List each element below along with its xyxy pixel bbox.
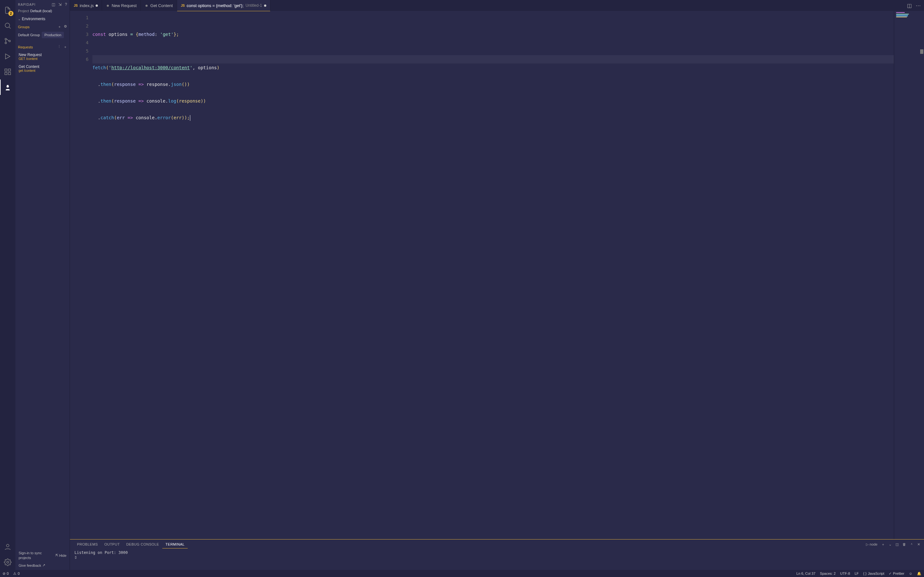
panel-tab-debug-console[interactable]: DEBUG CONSOLE: [123, 540, 162, 548]
svg-rect-7: [8, 69, 11, 71]
tab-bar: JS index.js ☻ New Request ☻ Get Content …: [70, 0, 924, 11]
terminal-dropdown-icon[interactable]: ⌄: [889, 542, 892, 546]
groups-label: Groups: [18, 25, 29, 29]
panel-tab-terminal[interactable]: TERMINAL: [162, 540, 188, 548]
settings-gear-icon[interactable]: [0, 554, 15, 570]
svg-rect-6: [8, 73, 11, 75]
status-eol[interactable]: LF: [855, 572, 859, 575]
maximize-panel-icon[interactable]: ＾: [910, 542, 913, 547]
import-icon[interactable]: ⇲: [58, 2, 61, 7]
activity-bar: 2: [0, 0, 15, 570]
text-cursor: [190, 115, 190, 121]
status-warnings[interactable]: ⚠ 0: [13, 572, 19, 576]
request-item-get-content[interactable]: Get Content get /content: [15, 63, 69, 74]
add-group-icon[interactable]: ＋: [58, 24, 61, 29]
status-bar: ⊘ 0 ⚠ 0 Ln 6, Col 37 Spaces: 2 UTF-8 LF …: [0, 570, 924, 577]
external-link-icon: ↗: [42, 563, 45, 567]
terminal-caret-icon: ▷: [866, 542, 869, 546]
svg-point-2: [5, 42, 7, 44]
status-bell-icon[interactable]: 🔔: [917, 572, 921, 576]
panel-tab-output[interactable]: OUTPUT: [101, 540, 123, 548]
source-control-icon[interactable]: [0, 33, 15, 49]
overview-ruler[interactable]: [919, 11, 924, 539]
run-debug-icon[interactable]: [0, 49, 15, 64]
status-language[interactable]: { } JavaScript: [863, 572, 885, 575]
group-production[interactable]: Production: [42, 32, 64, 38]
svg-point-9: [6, 85, 7, 86]
status-cursor-position[interactable]: Ln 6, Col 37: [796, 572, 815, 575]
terminal-output[interactable]: Listening on Port: 3000 ▯: [70, 549, 924, 570]
rapidapi-icon[interactable]: [0, 79, 15, 95]
hide-icon: ⇱: [55, 553, 58, 558]
panel-layout-icon[interactable]: ◫: [52, 2, 55, 7]
explorer-badge: 2: [8, 11, 13, 16]
terminal-split-icon[interactable]: ◫: [895, 542, 899, 546]
terminal-add-icon[interactable]: ＋: [881, 542, 885, 547]
warning-icon: ⚠: [13, 572, 16, 576]
js-file-icon: JS: [181, 4, 185, 7]
explorer-icon[interactable]: 2: [0, 3, 15, 18]
tab-index-js[interactable]: JS index.js: [70, 0, 102, 11]
status-prettier[interactable]: ✓ Prettier: [889, 572, 904, 576]
svg-point-0: [5, 23, 10, 27]
tab-get-content[interactable]: ☻ Get Content: [141, 0, 177, 11]
environments-section[interactable]: ⌄ Environments: [15, 15, 69, 23]
request-icon: ☻: [145, 3, 149, 7]
svg-rect-4: [5, 69, 7, 71]
js-file-icon: JS: [74, 4, 78, 7]
group-default[interactable]: Default Group: [18, 33, 40, 37]
error-icon: ⊘: [3, 572, 5, 576]
svg-rect-5: [5, 73, 7, 75]
request-item-new[interactable]: New Request GET /content: [15, 51, 69, 63]
status-indentation[interactable]: Spaces: 2: [820, 572, 836, 575]
minimap[interactable]: [894, 11, 919, 539]
check-icon: ✓: [889, 572, 892, 576]
tab-untitled[interactable]: JS const options = {method: 'get'}; Unti…: [177, 0, 270, 11]
svg-point-12: [7, 561, 9, 563]
code-editor[interactable]: 1 2 3 4 5 6 const options = {method: 'ge…: [70, 11, 894, 539]
close-panel-icon[interactable]: ✕: [917, 542, 920, 546]
settings-icon[interactable]: ⚙: [64, 24, 67, 29]
sidebar-title: RAPIDAPI: [18, 3, 52, 6]
status-feedback-icon[interactable]: ☺: [909, 572, 913, 575]
status-encoding[interactable]: UTF-8: [840, 572, 850, 575]
split-editor-icon[interactable]: ◫: [907, 3, 912, 9]
more-actions-icon[interactable]: ⋯: [916, 3, 921, 9]
svg-point-8: [6, 85, 9, 87]
requests-label: Requests: [18, 45, 33, 49]
project-label: Project: [18, 9, 29, 13]
sync-text: Sign-in to sync projects: [19, 551, 49, 560]
chevron-down-icon: ⌄: [18, 17, 21, 21]
terminal-shell-selector[interactable]: ▷ node: [866, 542, 877, 546]
panel-tab-problems[interactable]: PROBLEMS: [74, 540, 101, 548]
help-icon[interactable]: ?: [65, 2, 67, 7]
status-errors[interactable]: ⊘ 0: [3, 572, 9, 576]
hide-button[interactable]: ⇱ Hide: [55, 553, 66, 558]
dirty-indicator-icon: [95, 5, 98, 7]
sidebar: RAPIDAPI ◫ ⇲ ? Project Default (local) ⌄…: [15, 0, 70, 570]
request-icon: ☻: [106, 3, 110, 7]
terminal-trash-icon[interactable]: 🗑: [903, 542, 906, 546]
bottom-panel: PROBLEMS OUTPUT DEBUG CONSOLE TERMINAL ▷…: [70, 539, 924, 570]
accounts-icon[interactable]: [0, 539, 15, 554]
code-content[interactable]: const options = {method: 'get'}; fetch('…: [92, 11, 894, 539]
svg-point-3: [9, 40, 11, 42]
add-request-icon[interactable]: ＋: [63, 45, 67, 49]
braces-icon: { }: [863, 572, 867, 575]
search-icon[interactable]: [0, 18, 15, 33]
extensions-icon[interactable]: [0, 64, 15, 79]
svg-point-11: [6, 544, 9, 547]
svg-point-10: [8, 85, 9, 86]
dirty-indicator-icon: [264, 5, 266, 7]
editor-area: JS index.js ☻ New Request ☻ Get Content …: [70, 0, 924, 570]
requests-more-icon[interactable]: ⋮: [57, 45, 61, 49]
tab-new-request[interactable]: ☻ New Request: [102, 0, 141, 11]
svg-point-1: [5, 39, 7, 40]
feedback-link[interactable]: Give feedback ↗: [19, 563, 66, 567]
line-gutter: 1 2 3 4 5 6: [70, 11, 92, 539]
project-value[interactable]: Default (local): [30, 9, 52, 13]
